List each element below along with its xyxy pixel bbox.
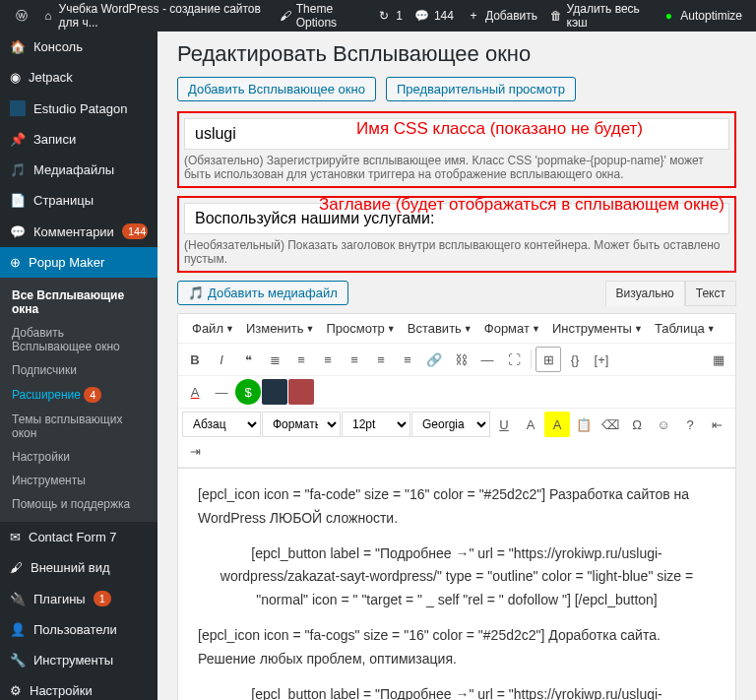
table-button[interactable]: ⊞ [536, 347, 561, 372]
updates[interactable]: ↻1 [370, 8, 409, 24]
link-button[interactable]: 🔗 [421, 347, 447, 372]
name-field-box: Имя CSS класса (показано не будет) (Обяз… [177, 111, 736, 188]
underline-button[interactable]: U [491, 412, 517, 437]
toolbar-row-3: Абзац Форматы 12pt Georgia U A A 📋 ⌫ Ω ☺… [178, 409, 735, 468]
menu-jetpack[interactable]: ◉Jetpack [0, 62, 158, 93]
toolbar-row-2: A ― $ [178, 376, 735, 409]
align-left-button[interactable]: ≡ [315, 347, 341, 372]
admin-sidebar: 🏠Консоль ◉Jetpack Estudio Patagon 📌Запис… [0, 32, 158, 700]
menu-file[interactable]: Файл▼ [186, 318, 240, 339]
title-desc: (Необязательный) Показать заголовок внут… [184, 238, 729, 266]
quote-button[interactable]: ❝ [235, 347, 261, 372]
help-button[interactable]: ? [677, 412, 703, 437]
menu-table[interactable]: Таблица▼ [649, 318, 722, 339]
formats-select[interactable]: Форматы [262, 412, 341, 437]
paste-button[interactable]: 📋 [571, 412, 597, 437]
comments-count[interactable]: 💬144 [409, 8, 460, 24]
media-icon: 🎵 [188, 286, 204, 300]
sc2-button[interactable] [262, 379, 287, 405]
sub-help[interactable]: Помощь и поддержка [0, 492, 158, 516]
clear-button[interactable]: ⌫ [598, 412, 623, 437]
menu-ep[interactable]: Estudio Patagon [0, 93, 158, 124]
title-annotation: Заглавие (будет отображаться в сплывающе… [319, 195, 724, 215]
sub-subscribers[interactable]: Подписчики [0, 358, 158, 382]
fontfamily-select[interactable]: Georgia [411, 412, 490, 437]
menu-comments[interactable]: 💬Комментарии144 [0, 216, 158, 247]
site-name[interactable]: ⌂Учебка WordPress - создание сайтов для … [35, 2, 273, 30]
forecolor-button[interactable]: A [518, 412, 543, 437]
toolbar-row-1: B I ❝ ≣ ≡ ≡ ≡ ≡ ≡ 🔗 ⛓ — ⛶ ⊞ {} [+] ▦ [178, 344, 735, 376]
shortcode-button[interactable]: [+] [589, 347, 614, 372]
editor-toolbar: Файл▼ Изменить▼ Просмотр▼ Вставить▼ Форм… [177, 313, 736, 469]
charmap-button[interactable]: Ω [624, 412, 650, 437]
fontsize-select[interactable]: 12pt [342, 412, 410, 437]
add-new[interactable]: +Добавить [460, 8, 543, 24]
clear-cache[interactable]: 🗑Удалить весь кэш [543, 2, 655, 30]
menu-popup-maker[interactable]: ⊕Popup Maker [0, 247, 158, 278]
theme-options[interactable]: 🖌Theme Options [273, 2, 370, 30]
main-content: Редактировать Всплывающее окно Добавить … [158, 32, 756, 700]
sc1-button[interactable]: $ [235, 379, 261, 405]
preview-button[interactable]: Предварительный просмотр [386, 77, 576, 101]
more-button[interactable]: — [474, 347, 500, 372]
editor-p4: [epcl_button label = "Подробнее →" url =… [198, 683, 716, 700]
autoptimize[interactable]: ●Autoptimize [655, 8, 748, 24]
menu-media[interactable]: 🎵Медиафайлы [0, 155, 158, 185]
sub-extend[interactable]: Расширение 4 [0, 382, 158, 408]
menu-pages[interactable]: 📄Страницы [0, 185, 158, 216]
fullscreen-button[interactable]: ⛶ [501, 347, 527, 372]
align-center-button[interactable]: ≡ [342, 347, 367, 372]
menu-console[interactable]: 🏠Консоль [0, 32, 158, 62]
backcolor-button[interactable]: A [544, 412, 570, 437]
menu-appearance[interactable]: 🖌Внешний вид [0, 552, 158, 583]
editor-tabs: Визуально Текст [605, 281, 736, 306]
hr-button[interactable]: ― [209, 379, 234, 405]
sub-all-popups[interactable]: Все Всплывающие окна [0, 284, 158, 321]
menubar: Файл▼ Изменить▼ Просмотр▼ Вставить▼ Форм… [178, 314, 735, 344]
sub-tools[interactable]: Инструменты [0, 469, 158, 492]
paragraph-select[interactable]: Абзац [182, 412, 261, 437]
code-button[interactable]: {} [562, 347, 588, 372]
title-field-box: Заглавие (будет отображаться в сплывающе… [177, 196, 736, 273]
menu-view[interactable]: Просмотр▼ [320, 318, 401, 339]
menu-insert[interactable]: Вставить▼ [402, 318, 478, 339]
menu-tools[interactable]: Инструменты▼ [546, 318, 649, 339]
emoji-button[interactable]: ☺ [651, 412, 676, 437]
tab-text[interactable]: Текст [685, 281, 736, 306]
italic-button[interactable]: I [209, 347, 234, 372]
sc3-button[interactable] [288, 379, 314, 405]
menu-format[interactable]: Формат▼ [478, 318, 546, 339]
tab-visual[interactable]: Визуально [605, 281, 685, 306]
sub-settings[interactable]: Настройки [0, 445, 158, 469]
menu-tools[interactable]: 🔧Инструменты [0, 645, 158, 675]
submenu-popup: Все Всплывающие окна Добавить Всплывающе… [0, 278, 158, 522]
sub-add-popup[interactable]: Добавить Всплывающее окно [0, 321, 158, 358]
name-annotation: Имя CSS класса (показано не будет) [356, 119, 643, 139]
page-heading: Редактировать Всплывающее окно Добавить … [177, 41, 736, 101]
admin-bar: ⓦ ⌂Учебка WordPress - создание сайтов дл… [0, 0, 756, 32]
align-right-button[interactable]: ≡ [368, 347, 394, 372]
indent-button[interactable]: ⇥ [182, 438, 208, 464]
add-media-button[interactable]: 🎵Добавить медиафайл [177, 281, 348, 305]
menu-cf7[interactable]: ✉Contact Form 7 [0, 522, 158, 552]
menu-posts[interactable]: 📌Записи [0, 124, 158, 155]
menu-edit[interactable]: Изменить▼ [240, 318, 321, 339]
numlist-button[interactable]: ≡ [288, 347, 314, 372]
wp-logo[interactable]: ⓦ [8, 8, 35, 24]
menu-settings[interactable]: ⚙Настройки [0, 675, 158, 700]
bold-button[interactable]: B [182, 347, 208, 372]
editor-p2: [epcl_button label = "Подробнее →" url =… [198, 542, 716, 612]
content-editor[interactable]: [epcl_icon icon = "fa-code" size = "16" … [177, 469, 736, 700]
page-title: Редактировать Всплывающее окно [177, 41, 531, 67]
bullist-button[interactable]: ≣ [262, 347, 287, 372]
add-popup-button[interactable]: Добавить Всплывающее окно [177, 77, 376, 101]
menu-users[interactable]: 👤Пользователи [0, 614, 158, 645]
unlink-button[interactable]: ⛓ [448, 347, 473, 372]
sub-themes[interactable]: Темы всплывающих окон [0, 408, 158, 445]
editor-p3: [epcl_icon icon = "fa-cogs" size = "16" … [198, 624, 716, 671]
outdent-button[interactable]: ⇤ [704, 412, 729, 437]
align-justify-button[interactable]: ≡ [395, 347, 420, 372]
menu-plugins[interactable]: 🔌Плагины1 [0, 583, 158, 614]
textcolor-button[interactable]: A [182, 379, 208, 405]
toggle-toolbar-button[interactable]: ▦ [706, 347, 731, 372]
